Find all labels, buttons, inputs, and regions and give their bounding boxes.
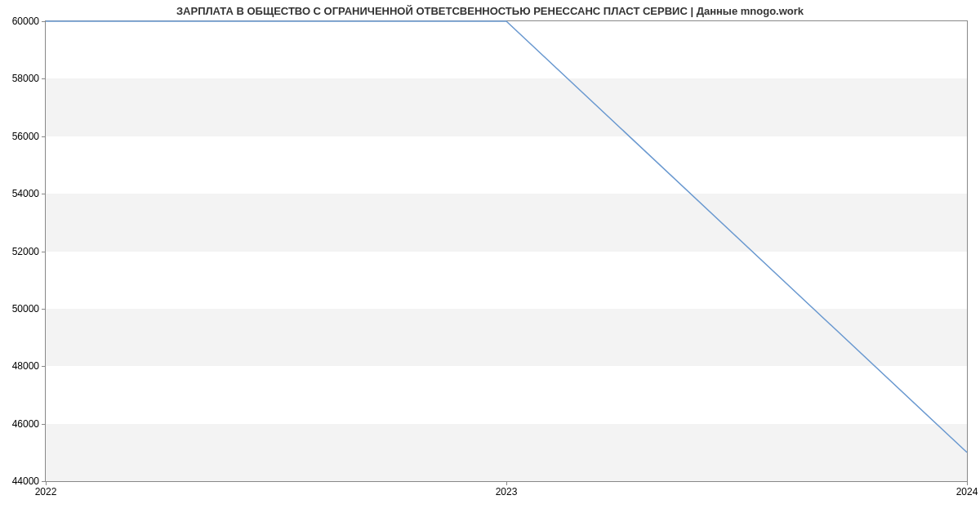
y-tick-label: 50000 — [12, 303, 39, 315]
line-series-svg — [46, 21, 967, 481]
y-tick-label: 44000 — [12, 475, 39, 487]
y-tick-label: 58000 — [12, 73, 39, 84]
y-tick-label: 60000 — [12, 16, 39, 27]
y-tick-mark — [42, 78, 46, 79]
y-tick-mark — [42, 252, 46, 252]
y-tick-mark — [42, 194, 46, 194]
y-tick-mark — [42, 21, 46, 22]
plot-area: 4400046000480005000052000540005600058000… — [45, 20, 968, 482]
y-tick-label: 56000 — [12, 131, 39, 142]
x-tick-label: 2022 — [35, 486, 57, 498]
series-line — [46, 21, 967, 453]
y-tick-label: 48000 — [12, 360, 39, 372]
y-tick-label: 54000 — [12, 188, 39, 199]
x-tick-label: 2023 — [496, 486, 518, 498]
x-tick-mark — [506, 481, 507, 485]
y-tick-mark — [42, 366, 46, 367]
x-tick-mark — [46, 481, 47, 485]
x-tick-label: 2024 — [956, 486, 978, 498]
y-tick-mark — [42, 309, 46, 310]
y-tick-mark — [42, 136, 46, 137]
y-tick-label: 46000 — [12, 418, 39, 430]
y-tick-mark — [42, 424, 46, 425]
x-tick-mark — [967, 481, 968, 485]
chart-container: ЗАРПЛАТА В ОБЩЕСТВО С ОГРАНИЧЕННОЙ ОТВЕТ… — [0, 0, 980, 531]
y-tick-label: 52000 — [12, 246, 39, 257]
chart-title: ЗАРПЛАТА В ОБЩЕСТВО С ОГРАНИЧЕННОЙ ОТВЕТ… — [0, 5, 980, 17]
